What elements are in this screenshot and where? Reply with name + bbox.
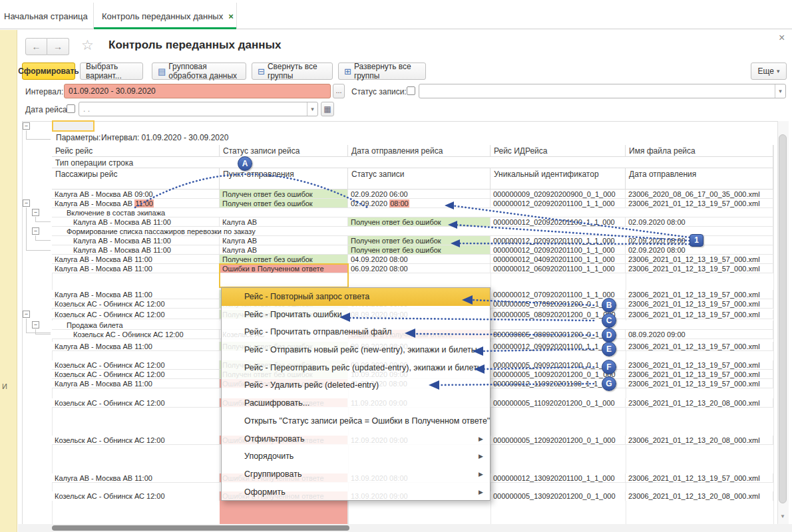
- table-cell[interactable]: Козельск АС - Обнинск АС 12:00: [52, 398, 220, 407]
- header-cell[interactable]: Статус записи рейса: [220, 145, 348, 157]
- table-cell[interactable]: Калуга АВ - Москва АВ 11:00: [52, 236, 220, 245]
- header-cell[interactable]: Пассажиры рейс: [52, 168, 220, 190]
- table-cell[interactable]: Получен ответ без ошибок: [220, 255, 348, 263]
- expand-all-button[interactable]: ⊞Развернуть все группы: [338, 63, 426, 80]
- table-cell[interactable]: Калуга АВ - Москва АВ 11:00: [52, 473, 220, 482]
- flight-date-input[interactable]: . .▾: [79, 102, 318, 116]
- table-cell[interactable]: 000000005_120920201200_0_1_000: [491, 436, 626, 444]
- table-cell[interactable]: 23006_2021_01_12_13_19_57_000.xml: [626, 370, 773, 378]
- header-cell[interactable]: Рейс ИДРейса: [491, 145, 626, 157]
- context-menu-item[interactable]: Расшифровать...: [222, 394, 490, 412]
- group-processing-button[interactable]: ▤Групповая обработка данных: [152, 63, 246, 80]
- table-cell[interactable]: Калуга АВ - Москва АВ 11:00: [52, 290, 220, 299]
- table-cell[interactable]: 23006_2021_01_12_13_19_57_000.xml: [626, 360, 773, 369]
- back-icon[interactable]: ←: [25, 38, 47, 55]
- table-cell[interactable]: 02.09.2020 06:00: [348, 190, 491, 198]
- context-menu-item[interactable]: Рейс - Удалить рейс (deleted-entry): [222, 376, 490, 394]
- header-cell[interactable]: Уникальный идентификатор: [491, 168, 626, 190]
- table-cell[interactable]: 23006_2021_01_12_13_19_57_000.xml: [626, 264, 773, 273]
- context-menu-item[interactable]: Отфильтровать▶: [222, 430, 490, 448]
- table-cell[interactable]: Козельск АС - Обнинск АС 12:00: [52, 491, 220, 501]
- context-menu-item[interactable]: Сгруппировать▶: [222, 466, 490, 483]
- table-cell[interactable]: 23006_2021_01_12_13_19_57_000.xml: [626, 290, 773, 299]
- table-cell[interactable]: Формирование списка пассажиров перевозки…: [52, 227, 773, 235]
- selected-anchor-cell[interactable]: [52, 120, 95, 132]
- header-cell[interactable]: Статус записи: [348, 168, 491, 190]
- table-cell[interactable]: Получен ответ без ошибок: [220, 199, 348, 207]
- table-cell[interactable]: Получен ответ без ошибок: [220, 190, 348, 198]
- table-cell[interactable]: 000000012_020920201100_1_1_000: [491, 245, 626, 254]
- favorite-star-icon[interactable]: ☆: [81, 37, 94, 53]
- table-cell[interactable]: 23006_2021_01_12_13_19_57_000.xml: [626, 310, 773, 319]
- horizontal-scrollbar-thumb[interactable]: [52, 525, 349, 531]
- table-cell[interactable]: 000000012_070920201100_1_1_000: [491, 290, 626, 299]
- context-menu-item[interactable]: Рейс - Прочитать ошибки: [222, 306, 490, 324]
- table-cell[interactable]: 02.09.2020 08:00: [626, 217, 773, 226]
- table-cell[interactable]: 23006_2021_01_12_13_19_57_000.xml: [626, 379, 773, 388]
- table-cell[interactable]: Козельск АС - Обнинск АС 12:00: [52, 310, 220, 319]
- table-cell[interactable]: 23006_2021_01_12_13_19_57_000.xml: [626, 473, 773, 482]
- status-dropdown-icon[interactable]: ▾: [775, 84, 785, 98]
- vertical-scrollbar-thumb[interactable]: [779, 134, 787, 503]
- table-cell[interactable]: 000000012_060920201100_1_1_000: [491, 264, 626, 273]
- context-menu-item[interactable]: Открыть "Статус записи рейса = Ошибки в …: [222, 412, 490, 430]
- table-cell[interactable]: Калуга АВ - Москва АВ 11:00: [52, 199, 220, 207]
- flight-date-dropdown-icon[interactable]: ▾: [307, 102, 317, 116]
- table-cell[interactable]: 23006_2021_01_12_13_20_08_000.xml: [626, 491, 773, 501]
- table-cell[interactable]: Калуга АВ: [220, 236, 348, 245]
- tab-home[interactable]: Начальная страница: [0, 3, 91, 29]
- table-cell[interactable]: 02.09.2020 08:00: [348, 199, 491, 207]
- header-cell[interactable]: Рейс рейс: [52, 145, 220, 157]
- table-cell[interactable]: 000000009_020920200900_0_1_000: [491, 190, 626, 198]
- more-button[interactable]: Еще▾: [751, 63, 787, 80]
- header-cell[interactable]: Дата отправления рейса: [348, 145, 491, 157]
- tab-close-icon[interactable]: ×: [228, 11, 234, 21]
- choose-variant-button[interactable]: Выбрать вариант...: [80, 63, 143, 80]
- table-cell[interactable]: Калуга АВ - Москва АВ 11:00: [52, 379, 220, 388]
- table-cell[interactable]: Получен ответ без ошибок: [348, 217, 491, 226]
- table-cell[interactable]: 000000012_020920201100_1_1_000: [491, 199, 626, 207]
- tab-report[interactable]: Контроль переданных данных ×: [93, 3, 237, 29]
- table-cell[interactable]: Включение в состав экипажа: [52, 208, 773, 217]
- table-cell[interactable]: Калуга АВ - Москва АВ 11:00: [52, 217, 220, 226]
- table-cell[interactable]: Козельск АС - Обнинск АС 12:00: [52, 436, 220, 444]
- table-cell[interactable]: 23006_2021_01_12_13_20_08_000.xml: [626, 398, 773, 407]
- table-cell[interactable]: 06.09.2020 08:00: [348, 264, 491, 273]
- table-cell[interactable]: 23006_2021_01_12_13_19_57_000.xml: [626, 299, 773, 308]
- flight-date-checkbox[interactable]: [67, 104, 75, 113]
- table-cell[interactable]: 23006_2020_08_06_17_00_35_000.xml: [626, 190, 773, 198]
- tree-expander[interactable]: −: [23, 122, 30, 130]
- table-cell[interactable]: Получен ответ без ошибок: [348, 236, 491, 245]
- table-cell[interactable]: Калуга АВ - Москва АВ 11:00: [52, 255, 220, 263]
- table-cell[interactable]: 23006_2021_01_12_13_19_57_000.xml: [626, 199, 773, 207]
- table-cell[interactable]: Калуга АВ - Москва АВ 11:00: [52, 245, 220, 254]
- tree-expander[interactable]: −: [32, 209, 39, 216]
- context-menu-item[interactable]: Рейс - Прочитать отправленный файл: [222, 323, 490, 341]
- status-checkbox[interactable]: [407, 86, 415, 95]
- interval-picker-button[interactable]: ...: [333, 84, 345, 98]
- table-cell[interactable]: 04.09.2020 08:00: [348, 255, 491, 263]
- interval-input[interactable]: 01.09.2020 - 30.09.2020: [64, 84, 331, 98]
- table-cell[interactable]: 000000012_130920201100_1_1_000: [491, 473, 626, 482]
- header-cell[interactable]: Дата отправления: [626, 168, 773, 190]
- context-menu-item[interactable]: Рейс - Отправить новый рейс (new-entry),…: [222, 341, 490, 359]
- table-cell[interactable]: Получен ответ без ошибок: [348, 245, 491, 254]
- table-cell[interactable]: 23006_2021_01_12_13_20_08_000.xml: [626, 436, 773, 444]
- table-cell[interactable]: Козельск АС - Обнинск АС 12:00: [52, 330, 220, 338]
- table-cell[interactable]: 000000005_130920201200_0_1_000: [491, 491, 626, 501]
- scroll-down-icon[interactable]: ▼: [780, 513, 785, 519]
- table-cell[interactable]: Калуга АВ - Москва АВ 11:00: [52, 264, 220, 273]
- generate-button[interactable]: Сформировать: [22, 63, 75, 80]
- tree-expander[interactable]: −: [32, 227, 39, 235]
- table-cell[interactable]: Калуга АВ - Москва АВ 11:00: [52, 342, 220, 350]
- calendar-icon[interactable]: ▦: [321, 102, 334, 116]
- table-cell[interactable]: Калуга АВ - Москва АВ 09:00: [52, 190, 220, 198]
- table-cell[interactable]: 000000012_040920201100_1_1_000: [491, 255, 626, 263]
- table-cell[interactable]: Калуга АВ: [220, 217, 348, 226]
- table-cell[interactable]: 000000005_110920201200_0_1_000: [491, 398, 626, 407]
- table-cell[interactable]: 000000012_020920201100_1_1_000: [491, 217, 626, 226]
- context-menu-item[interactable]: Рейс - Повторный запрос ответа: [222, 288, 490, 306]
- tree-expander[interactable]: −: [23, 200, 30, 207]
- table-cell[interactable]: 08.09.2020 09:00: [626, 330, 773, 338]
- context-menu-item[interactable]: Рейс - Переотправить рейс (updated-entry…: [222, 359, 490, 377]
